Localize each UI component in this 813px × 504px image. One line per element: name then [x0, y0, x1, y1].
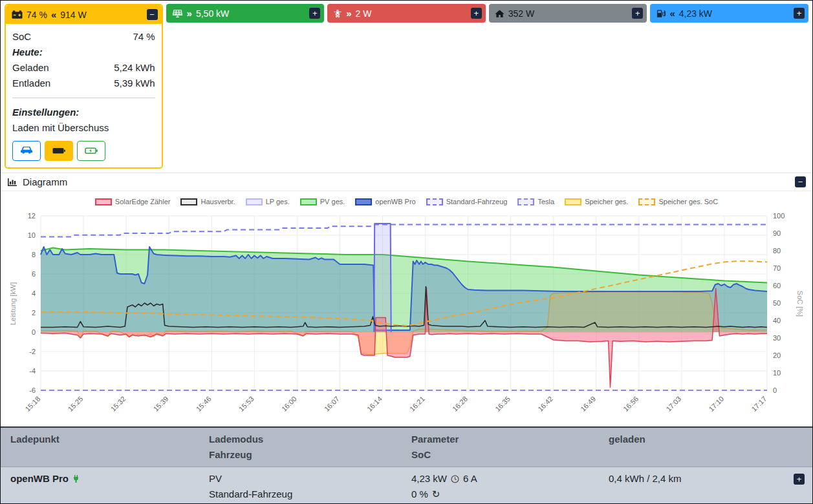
- soc-refresh-icon[interactable]: ↻: [432, 487, 440, 502]
- today-heading: Heute:: [12, 45, 155, 60]
- legend-swatch: [517, 198, 534, 205]
- pv-card-header[interactable]: » 5,50 kW +: [166, 4, 325, 23]
- diagram-title: Diagramm: [23, 176, 67, 187]
- settings-heading: Einstellungen:: [12, 105, 155, 120]
- chevron-left-icon: «: [51, 9, 56, 20]
- pv-card-expand-button[interactable]: +: [309, 8, 320, 19]
- svg-text:40: 40: [773, 317, 781, 324]
- svg-text:17:03: 17:03: [664, 395, 682, 413]
- svg-text:16:35: 16:35: [493, 395, 512, 413]
- svg-text:0: 0: [32, 328, 36, 336]
- vehicle-value: Standard-Fahrzeug: [209, 487, 411, 502]
- house-icon: [495, 9, 504, 18]
- chevron-right-icon: »: [346, 8, 351, 19]
- svg-text:15:39: 15:39: [152, 395, 170, 413]
- table-row[interactable]: openWB Pro PV Standard-Fahrzeug 4,23 kW: [1, 467, 812, 504]
- chargepoint-power-value: 4,23 kW: [679, 8, 712, 19]
- mode-battery-charge-button[interactable]: [77, 141, 105, 161]
- col-fahrzeug: Fahrzeug: [209, 447, 411, 463]
- legend-item[interactable]: Speicher ges.: [565, 198, 628, 205]
- chargepoint-name: openWB Pro: [10, 471, 69, 487]
- svg-text:50: 50: [773, 299, 781, 307]
- charge-mode-text: Laden mit Überschuss: [12, 120, 155, 136]
- legend-swatch: [638, 198, 655, 205]
- legend-item[interactable]: PV ges.: [300, 198, 345, 205]
- pv-power-value: 5,50 kW: [196, 8, 229, 19]
- left-axis-title: Leistung [kW]: [9, 268, 17, 339]
- svg-text:16:49: 16:49: [579, 395, 597, 413]
- openwb-dashboard: 74 % « 914 W − SoC74 % Heute: Geladen5,2…: [0, 0, 813, 504]
- grid-card-expand-button[interactable]: +: [471, 8, 482, 19]
- svg-text:70: 70: [773, 264, 781, 272]
- legend-item[interactable]: Tesla: [517, 198, 554, 205]
- charged-label: Geladen: [12, 60, 49, 76]
- svg-text:15:25: 15:25: [67, 395, 85, 413]
- legend-item[interactable]: Standard-Fahrzeug: [426, 198, 508, 205]
- grid-power-value: 2 W: [356, 8, 372, 19]
- svg-text:12: 12: [28, 212, 36, 220]
- battery-panel: SoC74 % Heute: Geladen5,24 kWh Entladen5…: [6, 24, 162, 167]
- svg-text:16:28: 16:28: [451, 395, 469, 413]
- battery-mode-buttons: [12, 141, 155, 161]
- chevron-left-icon: «: [669, 8, 675, 19]
- charged-value: 5,24 kWh: [114, 60, 155, 76]
- chart-legend: SolarEdge ZählerHausverbr.LP ges.PV ges.…: [1, 191, 812, 207]
- svg-text:16:21: 16:21: [408, 395, 426, 413]
- grid-card-header[interactable]: » 2 W +: [327, 4, 486, 23]
- mode-car-priority-button[interactable]: [12, 141, 41, 161]
- legend-swatch: [246, 198, 263, 205]
- svg-text:100: 100: [773, 212, 785, 220]
- soc-label: SoC: [12, 29, 31, 45]
- svg-text:17:17: 17:17: [750, 395, 768, 413]
- battery-charging-icon: [85, 145, 98, 156]
- car-battery-icon: [12, 10, 23, 19]
- svg-text:15:18: 15:18: [23, 395, 41, 413]
- chargepoint-card-header[interactable]: « 4,23 kW +: [650, 4, 808, 23]
- svg-text:15:46: 15:46: [195, 395, 213, 413]
- battery-card-collapse-button[interactable]: −: [147, 9, 158, 20]
- table-header: Ladepunkt Lademodus Fahrzeug Parameter S…: [1, 426, 812, 467]
- chargepoint-table: Ladepunkt Lademodus Fahrzeug Parameter S…: [1, 426, 812, 504]
- legend-swatch: [180, 198, 197, 205]
- status-cards-row: 74 % « 914 W − SoC74 % Heute: Geladen5,2…: [1, 1, 812, 169]
- chart-section: SolarEdge ZählerHausverbr.LP ges.PV ges.…: [1, 191, 812, 426]
- solar-panel-icon: [172, 9, 183, 18]
- col-lademodus: Lademodus: [209, 432, 411, 447]
- legend-swatch: [565, 198, 581, 205]
- house-card-header[interactable]: 352 W +: [489, 4, 647, 23]
- svg-text:-6: -6: [29, 386, 36, 394]
- house-card-expand-button[interactable]: +: [632, 8, 643, 19]
- legend-item[interactable]: LP ges.: [246, 198, 290, 205]
- discharged-label: Entladen: [12, 76, 50, 91]
- svg-text:6: 6: [32, 270, 36, 278]
- discharged-value: 5,39 kWh: [114, 76, 155, 91]
- svg-text:16:00: 16:00: [280, 395, 298, 413]
- chargepoint-row-expand-button[interactable]: +: [794, 474, 805, 485]
- chargepoint-card-expand-button[interactable]: +: [794, 8, 805, 19]
- legend-item[interactable]: Speicher ges. SoC: [638, 198, 718, 205]
- col-geladen: geladen: [609, 432, 805, 447]
- power-chart: 15:1815:2515:3215:3915:4615:5316:0016:07…: [1, 207, 813, 424]
- legend-item[interactable]: openWB Pro: [355, 198, 415, 205]
- svg-text:10: 10: [28, 231, 36, 239]
- battery-card-header[interactable]: 74 % « 914 W −: [6, 5, 162, 24]
- svg-text:20: 20: [773, 352, 781, 359]
- legend-item[interactable]: Hausverbr.: [180, 198, 235, 205]
- legend-item[interactable]: SolarEdge Zähler: [95, 198, 171, 205]
- plug-icon: [72, 474, 80, 483]
- divider: [12, 98, 155, 98]
- charged-amount-value: 0,4 kWh / 2,4 km: [609, 471, 805, 487]
- soc-value: 74 %: [133, 29, 155, 45]
- legend-swatch: [300, 198, 317, 205]
- svg-text:8: 8: [32, 251, 36, 258]
- svg-text:-4: -4: [29, 367, 36, 375]
- diagram-collapse-button[interactable]: −: [795, 176, 806, 187]
- col-soc: SoC: [411, 447, 609, 463]
- svg-text:16:42: 16:42: [536, 395, 554, 413]
- chevron-right-icon: »: [187, 8, 192, 19]
- clock-icon: [451, 475, 459, 483]
- mode-battery-priority-button[interactable]: [45, 141, 73, 161]
- svg-text:17:10: 17:10: [707, 395, 725, 413]
- vehicle-soc-value: 0 %: [411, 487, 428, 502]
- diagram-section-header[interactable]: Diagramm −: [1, 173, 812, 191]
